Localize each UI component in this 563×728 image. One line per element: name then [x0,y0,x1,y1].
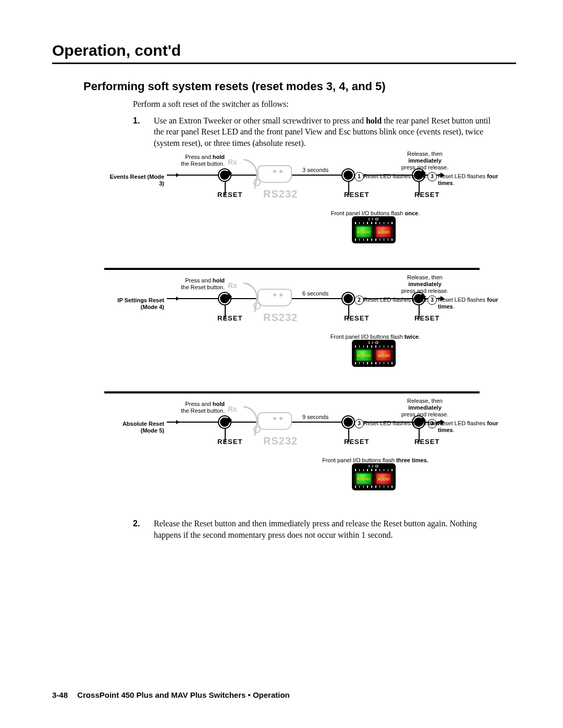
mode-label: Absolute Reset (Mode 5) [104,421,164,434]
flash-text: Front panel I/O buttons flash once. [302,210,448,217]
step-1: 1. Use an Extron Tweeker or other small … [133,115,493,149]
io-panel-icon: I / O RGBHV AUDIO [352,340,399,367]
reset-button-icon [341,292,355,305]
step-1-text: Use an Extron Tweeker or other small scr… [154,115,493,149]
footer-text: CrossPoint 450 Plus and MAV Plus Switche… [77,690,290,699]
section-title: Operation, cont'd [52,42,516,59]
step-1-num: 1. [133,115,154,149]
reset-button-icon [341,415,355,429]
press-hold-label: Press and hold the Reset button. [118,154,225,167]
reset-button-icon [218,168,231,182]
diagram-mode-3: Events Reset (Mode 3) Press and hold the… [104,154,516,261]
divider [104,391,480,393]
seconds-label: 3 seconds [302,167,328,174]
rgbhv-button-icon: RGBHV [356,226,372,238]
section-rule [52,63,516,64]
reset-button-icon [218,415,231,429]
rs232-port-icon [250,163,297,188]
reset-label: RESET [414,191,439,199]
io-panel-icon: I / O RGBHV AUDIO [352,216,399,243]
led-final-label: Reset LED flashes four times. [438,173,516,186]
mode-label: Events Reset (Mode 3) [104,174,164,187]
led-flash-label: Reset LED flashes once. [363,173,427,180]
step-2: 2. Release the Reset button and then imm… [133,518,493,540]
release-label: Release, then immediately press and rele… [383,151,467,170]
step-2-num: 2. [133,518,154,540]
rs232-port-icon [250,410,297,435]
mode-label: IP Settings Reset (Mode 4) [104,297,164,310]
diagram-mode-5: Absolute Reset (Mode 5) Press and hold t… [104,401,516,508]
page-number: 3-48 [52,690,68,699]
divider [104,268,480,270]
reset-label: RESET [344,191,369,199]
rx-label: Rx [228,158,237,166]
intro-text: Perform a soft reset of the switcher as … [133,98,487,110]
reset-label: RESET [217,191,242,199]
diagram-mode-4: IP Settings Reset (Mode 4) Press and hol… [104,277,516,384]
io-panel-icon: I / O RGBHV AUDIO [352,463,399,490]
count-badge: 3 [427,172,437,181]
step-2-text: Release the Reset button and then immedi… [154,518,493,540]
rs232-label: RS232 [263,188,298,200]
count-badge: 1 [354,172,364,181]
rs232-port-icon [250,287,297,312]
reset-button-icon [341,168,355,182]
reset-button-icon [218,292,231,305]
audio-button-icon: AUDIO [375,226,392,238]
subsection-title: Performing soft system resets (reset mod… [83,80,516,93]
page-footer: 3-48 CrossPoint 450 Plus and MAV Plus Sw… [52,690,290,699]
